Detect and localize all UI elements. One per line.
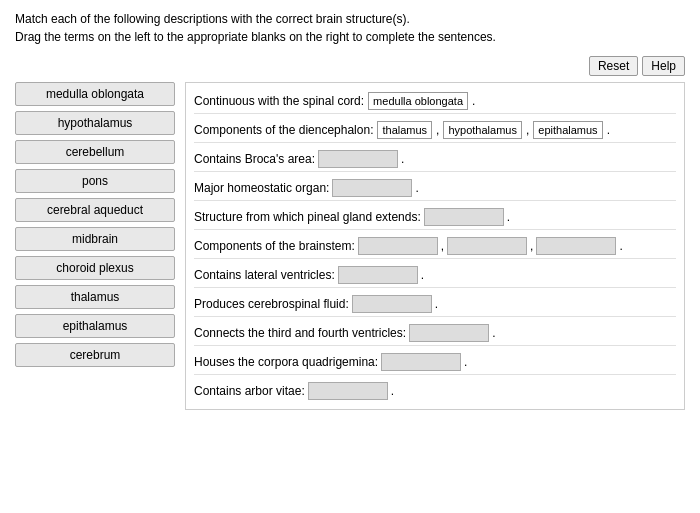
term-item[interactable]: midbrain	[15, 227, 175, 251]
sentence-text-after: .	[464, 355, 467, 369]
reset-button[interactable]: Reset	[589, 56, 638, 76]
empty-drop-box[interactable]	[352, 295, 432, 313]
sentence-text-after: .	[401, 152, 404, 166]
term-item[interactable]: medulla oblongata	[15, 82, 175, 106]
sentence-text-before: Components of the brainstem:	[194, 239, 355, 253]
empty-drop-box[interactable]	[409, 324, 489, 342]
main-area: medulla oblongatahypothalamuscerebellump…	[15, 82, 685, 410]
separator: ,	[526, 123, 529, 137]
term-item[interactable]: pons	[15, 169, 175, 193]
sentence-text-before: Structure from which pineal gland extend…	[194, 210, 421, 224]
instruction-line1: Match each of the following descriptions…	[15, 10, 685, 28]
sentence-row: Produces cerebrospinal fluid: .	[194, 292, 676, 317]
empty-drop-box[interactable]	[447, 237, 527, 255]
sentence-text-after: .	[421, 268, 424, 282]
filled-answer-box[interactable]: medulla oblongata	[368, 92, 468, 110]
sentence-text-before: Houses the corpora quadrigemina:	[194, 355, 378, 369]
empty-drop-box[interactable]	[338, 266, 418, 284]
instruction-line2: Drag the terms on the left to the approp…	[15, 28, 685, 46]
term-item[interactable]: choroid plexus	[15, 256, 175, 280]
sentence-text-after: .	[415, 181, 418, 195]
instructions: Match each of the following descriptions…	[15, 10, 685, 46]
sentence-row: Contains arbor vitae: .	[194, 379, 676, 403]
sentence-row: Components of the diencephalon: thalamus…	[194, 118, 676, 143]
sentence-text-before: Produces cerebrospinal fluid:	[194, 297, 349, 311]
sentence-row: Continuous with the spinal cord: medulla…	[194, 89, 676, 114]
sentence-text-before: Major homeostatic organ:	[194, 181, 329, 195]
top-buttons: Reset Help	[15, 56, 685, 76]
separator: ,	[530, 239, 533, 253]
sentence-text-before: Contains lateral ventricles:	[194, 268, 335, 282]
sentence-text-before: Components of the diencephalon:	[194, 123, 373, 137]
term-item[interactable]: cerebral aqueduct	[15, 198, 175, 222]
filled-answer-box[interactable]: epithalamus	[533, 121, 602, 139]
sentence-text-after: .	[507, 210, 510, 224]
sentence-text-after: .	[619, 239, 622, 253]
empty-drop-box[interactable]	[424, 208, 504, 226]
term-item[interactable]: hypothalamus	[15, 111, 175, 135]
sentence-text-before: Contains arbor vitae:	[194, 384, 305, 398]
sentence-text-before: Connects the third and fourth ventricles…	[194, 326, 406, 340]
filled-answer-box[interactable]: hypothalamus	[443, 121, 522, 139]
sentence-text-before: Continuous with the spinal cord:	[194, 94, 364, 108]
empty-drop-box[interactable]	[332, 179, 412, 197]
sentence-row: Major homeostatic organ: .	[194, 176, 676, 201]
sentence-row: Components of the brainstem: ,,.	[194, 234, 676, 259]
term-item[interactable]: cerebrum	[15, 343, 175, 367]
sentence-text-after: .	[472, 94, 475, 108]
term-item[interactable]: thalamus	[15, 285, 175, 309]
sentence-row: Connects the third and fourth ventricles…	[194, 321, 676, 346]
empty-drop-box[interactable]	[358, 237, 438, 255]
separator: ,	[441, 239, 444, 253]
empty-drop-box[interactable]	[536, 237, 616, 255]
terms-column: medulla oblongatahypothalamuscerebellump…	[15, 82, 175, 410]
help-button[interactable]: Help	[642, 56, 685, 76]
sentence-text-after: .	[435, 297, 438, 311]
filled-answer-box[interactable]: thalamus	[377, 121, 432, 139]
sentence-text-after: .	[492, 326, 495, 340]
term-item[interactable]: cerebellum	[15, 140, 175, 164]
empty-drop-box[interactable]	[381, 353, 461, 371]
term-item[interactable]: epithalamus	[15, 314, 175, 338]
sentence-row: Contains Broca's area: .	[194, 147, 676, 172]
sentence-text-after: .	[607, 123, 610, 137]
sentence-row: Contains lateral ventricles: .	[194, 263, 676, 288]
sentences-column: Continuous with the spinal cord: medulla…	[185, 82, 685, 410]
empty-drop-box[interactable]	[318, 150, 398, 168]
sentence-row: Structure from which pineal gland extend…	[194, 205, 676, 230]
sentence-text-before: Contains Broca's area:	[194, 152, 315, 166]
sentence-text-after: .	[391, 384, 394, 398]
separator: ,	[436, 123, 439, 137]
sentence-row: Houses the corpora quadrigemina: .	[194, 350, 676, 375]
empty-drop-box[interactable]	[308, 382, 388, 400]
